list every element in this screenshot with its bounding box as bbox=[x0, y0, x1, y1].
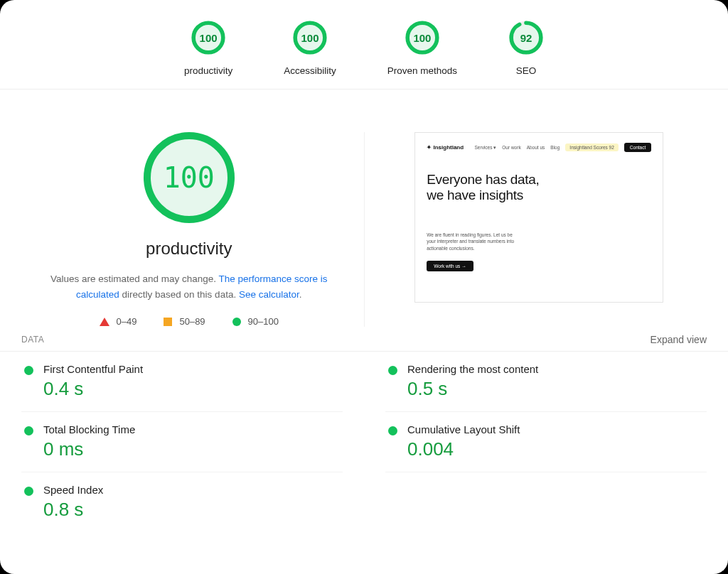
metric-label: Speed Index bbox=[43, 484, 103, 496]
main-left-panel: 100 productivity Values are estimated an… bbox=[28, 132, 365, 327]
preview-cta-button: Work with us → bbox=[427, 261, 473, 271]
legend-low: 0–49 bbox=[100, 316, 137, 327]
preview-hero-line2: we have insights bbox=[427, 188, 651, 203]
gauge-productivity[interactable]: 100 productivity bbox=[184, 20, 232, 76]
metric-fcp[interactable]: First Contentful Paint 0.4 s bbox=[21, 352, 343, 412]
status-dot-icon bbox=[388, 366, 397, 375]
metric-value: 0.4 s bbox=[43, 378, 143, 400]
gauge-score: 92 bbox=[508, 20, 544, 55]
preview-nav-item: Our work bbox=[502, 145, 520, 150]
metric-label: First Contentful Paint bbox=[43, 363, 143, 375]
data-section-header: DATA Expand view bbox=[0, 327, 728, 352]
preview-nav: Services ▾ Our work About us Blog Insigh… bbox=[475, 143, 652, 152]
desc-pre: Values are estimated and may change. bbox=[50, 274, 219, 284]
metrics-grid: First Contentful Paint 0.4 s Rendering t… bbox=[0, 352, 728, 532]
metric-body: Speed Index 0.8 s bbox=[43, 484, 103, 521]
square-icon bbox=[164, 318, 172, 326]
status-dot-icon bbox=[388, 426, 397, 435]
metric-body: Cumulative Layout Shift 0.004 bbox=[407, 423, 520, 460]
gauge-score: 100 bbox=[292, 20, 328, 55]
gauge-accessibility[interactable]: 100 Accessibility bbox=[284, 20, 336, 76]
gauge-label: SEO bbox=[516, 65, 537, 76]
preview-subtext: We are fluent in reading figures. Let us… bbox=[427, 232, 519, 252]
top-gauges-row: 100 productivity 100 Accessibility 100 P… bbox=[0, 0, 728, 90]
preview-pill: Insightland Scores 92 bbox=[565, 144, 619, 151]
triangle-icon bbox=[100, 318, 109, 326]
metric-cls[interactable]: Cumulative Layout Shift 0.004 bbox=[385, 412, 707, 472]
gauge-circle-icon: 100 bbox=[191, 20, 226, 55]
legend-high: 90–100 bbox=[232, 316, 279, 327]
preview-logo: ✦ Insightland bbox=[427, 144, 464, 151]
preview-header: ✦ Insightland Services ▾ Our work About … bbox=[427, 143, 651, 152]
calc-link-2[interactable]: See calculator bbox=[239, 289, 299, 300]
status-dot-icon bbox=[24, 426, 33, 435]
legend-mid: 50–89 bbox=[164, 316, 205, 327]
desc-mid: directly based on this data. bbox=[119, 289, 239, 300]
metric-value: 0.004 bbox=[407, 438, 520, 460]
metric-label: Cumulative Layout Shift bbox=[407, 423, 520, 435]
gauge-seo[interactable]: 92 SEO bbox=[508, 20, 544, 76]
description-text: Values are estimated and may change. The… bbox=[40, 271, 338, 302]
status-dot-icon bbox=[24, 366, 33, 375]
legend-low-label: 0–49 bbox=[117, 316, 137, 327]
metric-value: 0.5 s bbox=[407, 378, 538, 400]
metric-speed-index[interactable]: Speed Index 0.8 s bbox=[21, 472, 343, 532]
metric-label: Rendering the most content bbox=[407, 363, 538, 375]
big-gauge-score: 100 bbox=[164, 161, 215, 194]
data-label: DATA bbox=[21, 335, 44, 345]
metric-body: Total Blocking Time 0 ms bbox=[43, 423, 135, 460]
big-gauge-icon: 100 bbox=[144, 132, 235, 223]
preview-hero-line1: Everyone has data, bbox=[427, 172, 651, 188]
main-section: 100 productivity Values are estimated an… bbox=[0, 90, 728, 327]
site-preview-thumbnail[interactable]: ✦ Insightland Services ▾ Our work About … bbox=[414, 132, 663, 303]
status-dot-icon bbox=[24, 487, 33, 496]
metric-tbt[interactable]: Total Blocking Time 0 ms bbox=[21, 412, 343, 472]
metric-value: 0.8 s bbox=[43, 499, 103, 521]
category-title: productivity bbox=[146, 239, 232, 259]
metric-lcp[interactable]: Rendering the most content 0.5 s bbox=[385, 352, 707, 412]
expand-view-button[interactable]: Expand view bbox=[651, 334, 707, 345]
desc-post: . bbox=[299, 289, 302, 300]
gauge-label: productivity bbox=[184, 65, 232, 76]
metric-body: Rendering the most content 0.5 s bbox=[407, 363, 538, 400]
gauge-proven-methods[interactable]: 100 Proven methods bbox=[387, 20, 457, 76]
gauge-label: Accessibility bbox=[284, 65, 336, 76]
metric-label: Total Blocking Time bbox=[43, 423, 135, 435]
legend-high-label: 90–100 bbox=[248, 316, 279, 327]
score-legend: 0–49 50–89 90–100 bbox=[100, 316, 279, 327]
gauge-label: Proven methods bbox=[387, 65, 457, 76]
circle-icon bbox=[232, 318, 241, 326]
legend-mid-label: 50–89 bbox=[179, 316, 205, 327]
preview-contact-button: Contact bbox=[624, 143, 651, 152]
gauge-circle-icon: 100 bbox=[292, 20, 328, 55]
gauge-score: 100 bbox=[405, 20, 440, 55]
metric-value: 0 ms bbox=[43, 438, 135, 460]
gauge-score: 100 bbox=[191, 20, 226, 55]
preview-nav-item: Services ▾ bbox=[475, 145, 497, 151]
main-right-panel: ✦ Insightland Services ▾ Our work About … bbox=[379, 132, 700, 327]
gauge-circle-icon: 100 bbox=[405, 20, 440, 55]
metric-body: First Contentful Paint 0.4 s bbox=[43, 363, 143, 400]
preview-nav-item: About us bbox=[527, 145, 545, 150]
preview-nav-item: Blog bbox=[550, 145, 560, 150]
report-window: 100 productivity 100 Accessibility 100 P… bbox=[0, 0, 728, 574]
gauge-circle-icon: 92 bbox=[508, 20, 544, 55]
